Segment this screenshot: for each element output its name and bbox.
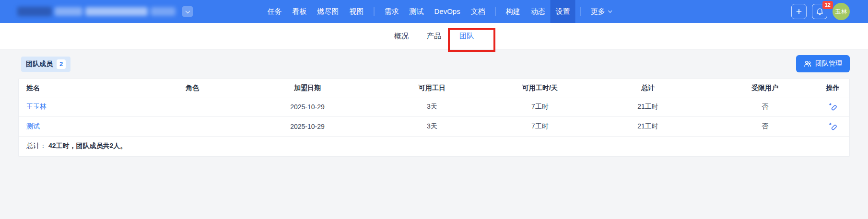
topbar-actions: + 12 玉林 [791,0,850,23]
team-table: 姓名 角色 加盟日期 可用工日 可用工时/天 总计 受限用户 操作 王玉林 20… [18,79,850,156]
col-header-name: 姓名 [19,79,136,97]
chevron-down-icon [608,9,612,12]
tab-product[interactable]: 产品 [427,32,441,41]
member-total: 21工时 [582,117,714,136]
nav-item-settings[interactable]: 设置 [551,0,575,23]
unlink-icon [829,122,837,131]
team-manage-label: 团队管理 [815,59,842,68]
team-members-label: 团队成员 [26,60,53,69]
nav-item-doc[interactable]: 文档 [466,0,491,23]
member-total: 21工时 [582,97,714,116]
notification-count-badge: 12 [822,1,833,9]
nav-item-test[interactable]: 测试 [404,0,429,23]
team-manage-button[interactable]: 团队管理 [796,55,850,72]
nav-item-build[interactable]: 构建 [501,0,526,23]
nav-item-dynamic[interactable]: 动态 [526,0,551,23]
team-toolbar: 团队成员 2 团队管理 [18,49,850,79]
table-row: 测试 2025-10-29 3天 7工时 21工时 否 [19,117,849,137]
col-header-actions: 操作 [816,79,849,97]
table-header-row: 姓名 角色 加盟日期 可用工日 可用工时/天 总计 受限用户 操作 [19,79,849,97]
nav-item-more[interactable]: 更多 [586,0,617,23]
remove-member-button[interactable] [828,121,838,132]
member-restricted: 否 [714,97,816,116]
col-header-workdays: 可用工日 [366,79,498,97]
team-members-badge: 团队成员 2 [21,57,70,72]
member-name-link[interactable]: 王玉林 [26,103,47,111]
redacted-project-name [55,7,82,16]
team-users-icon [804,60,811,68]
bell-icon [816,8,824,16]
col-header-join-date: 加盟日期 [249,79,366,97]
nav-item-devops[interactable]: DevOps [429,0,465,23]
table-summary-row: 总计： 42工时，团队成员共2人。 [19,137,849,156]
nav-more-label: 更多 [591,7,605,15]
col-header-restricted: 受限用户 [714,79,816,97]
nav-item-burndown[interactable]: 燃尽图 [312,0,344,23]
nav-separator [374,7,374,16]
nav-item-view[interactable]: 视图 [344,0,369,23]
summary-label: 总计： [26,142,47,150]
member-workdays: 3天 [366,97,498,116]
top-navbar: 任务 看板 燃尽图 视图 需求 测试 DevOps 文档 构建 动态 设置 更多… [0,0,868,23]
member-role [136,97,249,116]
redacted-project-name [85,7,148,16]
plus-icon: + [796,6,802,16]
member-join-date: 2025-10-29 [249,97,366,116]
user-avatar[interactable]: 玉林 [833,3,850,20]
tab-bar: 概况 产品 团队 [0,23,868,49]
col-header-role: 角色 [136,79,249,97]
member-join-date: 2025-10-29 [249,117,366,136]
tab-team[interactable]: 团队 [459,32,474,41]
redacted-project-name [151,7,176,16]
nav-item-story[interactable]: 需求 [379,0,404,23]
nav-separator [580,7,581,16]
chevron-down-icon [185,9,190,13]
member-restricted: 否 [714,117,816,136]
col-header-total: 总计 [582,79,714,97]
notifications-button[interactable]: 12 [812,4,827,19]
col-header-hours-per-day: 可用工时/天 [498,79,582,97]
member-hours-per-day: 7工时 [498,97,582,116]
nav-separator [495,7,496,16]
member-name-link[interactable]: 测试 [26,122,40,131]
team-members-count: 2 [57,59,66,69]
summary-text: 42工时，团队成员共2人。 [48,142,127,150]
redacted-project-icon [17,7,52,16]
nav-item-task[interactable]: 任务 [262,0,287,23]
nav-item-kanban[interactable]: 看板 [287,0,312,23]
unlink-icon [829,103,837,111]
main-nav: 任务 看板 燃尽图 视图 需求 测试 DevOps 文档 构建 动态 设置 更多 [262,0,616,23]
remove-member-button[interactable] [828,102,838,112]
member-workdays: 3天 [366,117,498,136]
project-switcher[interactable] [17,0,193,23]
create-button[interactable]: + [791,4,807,19]
table-row: 王玉林 2025-10-29 3天 7工时 21工时 否 [19,97,849,117]
project-dropdown-button[interactable] [182,6,193,17]
member-role [136,117,249,136]
tab-overview[interactable]: 概况 [394,32,409,41]
member-hours-per-day: 7工时 [498,117,582,136]
